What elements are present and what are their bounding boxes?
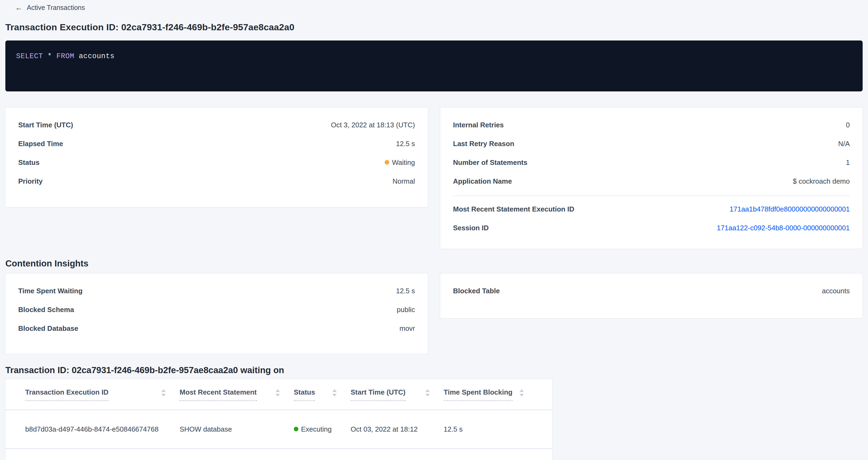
page-title: Transaction Execution ID: 02ca7931-f246-… <box>5 22 863 32</box>
sort-icon[interactable] <box>426 389 430 396</box>
column-header-most-recent-statement: Most Recent Statement <box>180 388 294 409</box>
sort-icon[interactable] <box>161 389 166 396</box>
card-divider <box>453 195 850 196</box>
field-label: Last Retry Reason <box>453 140 514 148</box>
cell-status: Executing <box>294 425 351 433</box>
field-value: N/A <box>838 140 850 148</box>
field-label: Session ID <box>453 224 489 232</box>
field-label: Application Name <box>453 177 512 185</box>
table-row: b8d7d03a-d497-446b-8474-e50846674768 SHO… <box>5 410 552 449</box>
field-value: public <box>397 306 415 314</box>
sort-icon[interactable] <box>276 389 280 396</box>
field-row-blocked-schema: Blocked Schema public <box>18 300 415 319</box>
sql-statement-box: SELECT * FROM accounts <box>5 40 863 91</box>
column-header-label[interactable]: Transaction Execution ID <box>25 388 108 401</box>
field-row-last-retry-reason: Last Retry Reason N/A <box>453 134 850 153</box>
column-header-status: Status <box>294 388 351 409</box>
sql-keyword-select: SELECT <box>16 52 43 60</box>
sql-star: * <box>43 52 56 60</box>
field-value: accounts <box>822 287 850 295</box>
arrow-left-icon: ← <box>15 4 23 11</box>
overview-card-right: Internal Retries 0 Last Retry Reason N/A… <box>440 108 863 249</box>
field-row-blocked-database: Blocked Database movr <box>18 319 415 338</box>
field-label: Internal Retries <box>453 121 504 129</box>
field-value: 1 <box>846 158 850 167</box>
field-row-number-of-statements: Number of Statements 1 <box>453 153 850 172</box>
field-label: Start Time (UTC) <box>18 121 73 129</box>
field-value: 12.5 s <box>396 287 415 295</box>
field-row-blocked-table: Blocked Table accounts <box>453 281 850 300</box>
field-label: Priority <box>18 177 42 185</box>
field-label: Elapsed Time <box>18 140 63 148</box>
field-value: 0 <box>846 121 850 129</box>
statement-execution-id-link[interactable]: 171aa1b478fdf0e80000000000000001 <box>730 205 850 213</box>
field-row-internal-retries: Internal Retries 0 <box>453 116 850 134</box>
column-header-label[interactable]: Time Spent Blocking <box>444 388 513 401</box>
cell-start-time: Oct 03, 2022 at 18:12 <box>351 425 444 433</box>
field-row-status: Status Waiting <box>18 153 415 172</box>
session-id-link[interactable]: 171aa122-c092-54b8-0000-000000000001 <box>717 224 850 232</box>
waiting-on-heading: Transaction ID: 02ca7931-f246-469b-b2fe-… <box>5 365 863 375</box>
sql-keyword-from: FROM <box>56 52 74 60</box>
status-dot-executing-icon <box>294 427 298 431</box>
overview-cards-row: Start Time (UTC) Oct 3, 2022 at 18:13 (U… <box>5 108 863 249</box>
column-header-time-spent-blocking: Time Spent Blocking <box>444 388 538 409</box>
back-link-label: Active Transactions <box>27 4 85 11</box>
field-value: movr <box>399 324 415 333</box>
table-header-row: Transaction Execution ID Most Recent Sta… <box>5 379 552 410</box>
contention-card-right: Blocked Table accounts <box>440 273 863 318</box>
field-label: Blocked Table <box>453 287 500 295</box>
contention-card-left: Time Spent Waiting 12.5 s Blocked Schema… <box>5 273 428 354</box>
field-label: Most Recent Statement Execution ID <box>453 205 574 213</box>
field-label: Blocked Database <box>18 324 78 333</box>
field-row-statement-execution-id: Most Recent Statement Execution ID 171aa… <box>453 200 850 218</box>
status-label: Waiting <box>392 158 415 166</box>
cell-time-spent-blocking: 12.5 s <box>444 425 538 433</box>
cell-most-recent-statement: SHOW database <box>180 425 294 433</box>
column-header-transaction-execution-id: Transaction Execution ID <box>25 388 180 409</box>
field-value: Normal <box>393 177 415 185</box>
column-header-label[interactable]: Start Time (UTC) <box>351 388 406 401</box>
column-header-label[interactable]: Status <box>294 388 315 401</box>
status-badge: Waiting <box>385 158 415 167</box>
transaction-details-page: ← Active Transactions Transaction Execut… <box>0 0 868 460</box>
sort-icon[interactable] <box>332 389 337 396</box>
contention-cards-row: Time Spent Waiting 12.5 s Blocked Schema… <box>5 273 863 354</box>
field-label: Number of Statements <box>453 158 527 167</box>
overview-card-left: Start Time (UTC) Oct 3, 2022 at 18:13 (U… <box>5 108 428 207</box>
status-dot-waiting-icon <box>385 160 389 164</box>
field-row-priority: Priority Normal <box>18 172 415 191</box>
sort-icon[interactable] <box>520 389 524 396</box>
back-row: ← Active Transactions <box>5 0 863 15</box>
field-value: $ cockroach demo <box>793 177 850 185</box>
cell-transaction-execution-id: b8d7d03a-d497-446b-8474-e50846674768 <box>25 425 180 433</box>
field-row-time-spent-waiting: Time Spent Waiting 12.5 s <box>18 281 415 300</box>
sql-table-name: accounts <box>74 52 115 60</box>
contention-insights-heading: Contention Insights <box>5 258 863 269</box>
field-value: Oct 3, 2022 at 18:13 (UTC) <box>331 121 415 129</box>
field-row-start-time: Start Time (UTC) Oct 3, 2022 at 18:13 (U… <box>18 116 415 134</box>
waiting-transactions-table: Transaction Execution ID Most Recent Sta… <box>5 379 552 460</box>
field-label: Time Spent Waiting <box>18 287 83 295</box>
back-link-active-transactions[interactable]: ← Active Transactions <box>5 4 85 11</box>
column-header-label[interactable]: Most Recent Statement <box>180 388 257 401</box>
field-row-session-id: Session ID 171aa122-c092-54b8-0000-00000… <box>453 218 850 237</box>
sql-statement: SELECT * FROM accounts <box>16 52 115 60</box>
column-header-start-time: Start Time (UTC) <box>351 388 444 409</box>
field-label: Status <box>18 158 39 167</box>
field-value: 12.5 s <box>396 140 415 148</box>
field-label: Blocked Schema <box>18 306 74 314</box>
field-row-elapsed-time: Elapsed Time 12.5 s <box>18 134 415 153</box>
status-label: Executing <box>301 425 332 433</box>
field-row-application-name: Application Name $ cockroach demo <box>453 172 850 191</box>
